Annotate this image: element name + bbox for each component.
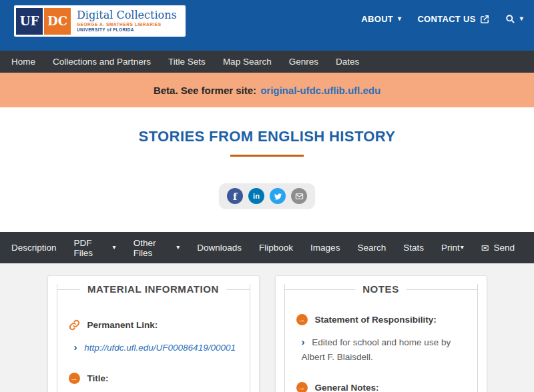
page-title: STORIES FROM ENGLISH HISTORY — [0, 107, 534, 145]
beta-banner: Beta. See former site: original-ufdc.ufl… — [0, 73, 534, 107]
arrow-circle-icon — [296, 314, 308, 325]
toolbar-search[interactable]: Search — [348, 243, 394, 253]
material-information-title: MATERIAL INFORMATION — [87, 283, 220, 295]
toolbar-print-dropdown[interactable]: Print — [433, 243, 473, 253]
permanent-link-label: Permanent Link: — [87, 320, 158, 330]
statement-label: Statement of Responsibility: — [315, 315, 437, 325]
chain-link-icon — [69, 319, 80, 331]
uf-logo-square: UF — [16, 8, 43, 35]
nav-item-title-sets[interactable]: Title Sets — [160, 57, 214, 67]
toolbar-stats[interactable]: Stats — [394, 243, 433, 253]
contact-us-label: CONTACT US — [417, 14, 475, 24]
nav-item-dates[interactable]: Dates — [327, 57, 368, 67]
main-nav: Home Collections and Partners Title Sets… — [0, 51, 534, 73]
ufdc-logo[interactable]: UF DC Digital Collections GEORGE A. SMAT… — [14, 5, 186, 37]
logo-text: Digital Collections GEORGE A. SMATHERS L… — [71, 10, 184, 33]
notes-fieldset: NOTES Statement of Responsibility: Edite… — [284, 284, 478, 392]
logo-title: Digital Collections — [77, 10, 177, 21]
arrow-circle-icon — [296, 382, 308, 392]
header-menu: ABOUT CONTACT US — [361, 14, 523, 24]
search-menu[interactable] — [505, 14, 523, 24]
nav-item-home[interactable]: Home — [3, 57, 44, 67]
permanent-link-url[interactable]: http://ufdc.ufl.edu/UF00086419/00001 — [84, 343, 236, 353]
toolbar-send-button[interactable]: Send — [473, 243, 523, 253]
toolbar-other-files-dropdown[interactable]: Other Files — [125, 238, 189, 258]
nav-item-collections-and-partners[interactable]: Collections and Partners — [44, 57, 160, 67]
toolbar-images[interactable]: Images — [302, 243, 348, 253]
permanent-link-value-row: http://ufdc.ufl.edu/UF00086419/00001 — [74, 339, 238, 355]
former-site-link[interactable]: original-ufdc.uflib.ufl.edu — [260, 85, 380, 96]
facebook-share-icon[interactable] — [227, 188, 243, 204]
notes-header: NOTES — [285, 284, 477, 295]
permanent-link-label-row: Permanent Link: — [69, 319, 238, 331]
toolbar-pdf-files-dropdown[interactable]: PDF Files — [65, 238, 125, 258]
toolbar-downloads[interactable]: Downloads — [188, 243, 250, 253]
dc-logo-square: DC — [44, 8, 71, 35]
general-notes-label-row: General Notes: — [296, 382, 466, 392]
item-hero: STORIES FROM ENGLISH HISTORY — [0, 107, 534, 232]
linkedin-share-icon[interactable] — [248, 188, 264, 204]
twitter-share-icon[interactable] — [270, 188, 286, 204]
social-share-bar — [219, 183, 315, 209]
logo-subtitle: GEORGE A. SMATHERS LIBRARIES — [77, 23, 177, 27]
notes-title: NOTES — [362, 283, 400, 295]
logo-tagline: UNIVERSITY of FLORIDA — [77, 28, 177, 33]
material-information-header: MATERIAL INFORMATION — [57, 284, 250, 295]
statement-value: Edited for school and home use by Albert… — [302, 337, 451, 362]
toolbar-flipbook[interactable]: Flipbook — [250, 243, 302, 253]
beta-banner-text: Beta. See former site: — [154, 85, 256, 96]
toolbar-description[interactable]: Description — [3, 243, 65, 253]
statement-value-row: Edited for school and home use by Albert… — [302, 334, 466, 365]
arrow-circle-icon — [69, 373, 80, 384]
material-information-panel: MATERIAL INFORMATION Permanent Link: htt… — [47, 275, 260, 392]
title-label: Title: — [87, 373, 109, 383]
email-share-icon[interactable] — [291, 188, 307, 204]
general-notes-label: General Notes: — [315, 383, 379, 392]
contact-us-link[interactable]: CONTACT US — [417, 14, 489, 24]
site-header: UF DC Digital Collections GEORGE A. SMAT… — [0, 0, 534, 51]
item-toolbar: Description PDF Files Other Files Downlo… — [0, 232, 534, 263]
nav-item-genres[interactable]: Genres — [280, 57, 327, 67]
statement-label-row: Statement of Responsibility: — [296, 314, 466, 325]
about-menu-label: ABOUT — [361, 14, 393, 24]
nav-item-map-search[interactable]: Map Search — [214, 57, 280, 67]
notes-panel: NOTES Statement of Responsibility: Edite… — [275, 275, 487, 392]
title-underline — [230, 155, 304, 157]
search-icon — [505, 14, 515, 24]
title-label-row: Title: — [69, 373, 238, 384]
metadata-section: MATERIAL INFORMATION Permanent Link: htt… — [0, 263, 534, 392]
external-link-icon — [480, 15, 489, 24]
about-menu[interactable]: ABOUT — [361, 14, 401, 24]
material-information-fieldset: MATERIAL INFORMATION Permanent Link: htt… — [57, 284, 250, 392]
